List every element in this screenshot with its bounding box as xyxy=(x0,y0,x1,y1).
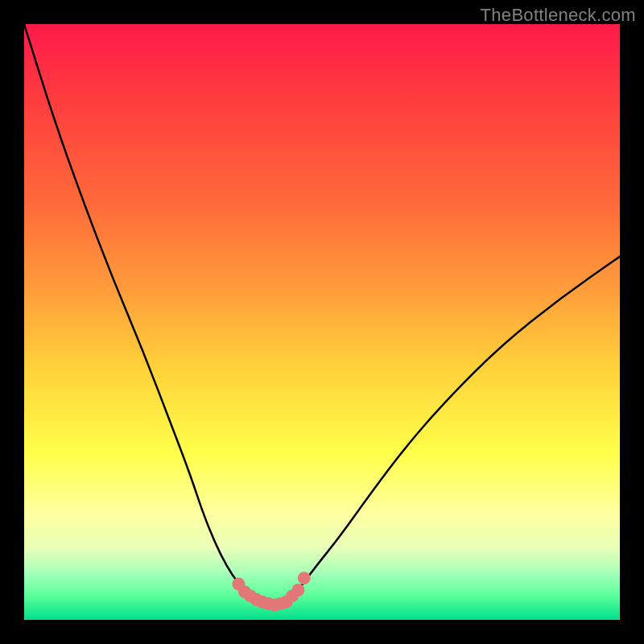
marker-dot xyxy=(291,584,304,597)
watermark-text: TheBottleneck.com xyxy=(481,5,636,26)
plot-area xyxy=(24,24,620,620)
chart-svg xyxy=(24,24,620,620)
marker-dot xyxy=(298,572,311,584)
marker-group xyxy=(232,572,310,611)
chart-frame: TheBottleneck.com xyxy=(0,0,644,644)
line-series-curve xyxy=(24,24,620,605)
